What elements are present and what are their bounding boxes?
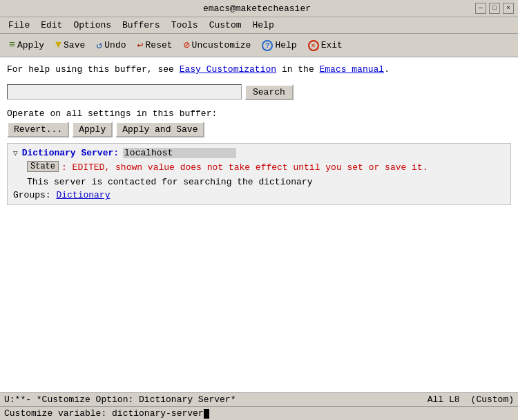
groups-line: Groups: Dictionary xyxy=(13,190,505,200)
reset-label: Reset xyxy=(146,40,173,50)
save-label: Save xyxy=(64,40,85,50)
state-badge[interactable]: State xyxy=(27,161,59,172)
window-title: emacs@maketecheasier xyxy=(39,3,475,14)
operate-section: Operate on all settings in this buffer: … xyxy=(7,108,511,137)
help-prefix: For help using this buffer, see xyxy=(7,64,180,75)
groups-dictionary-link[interactable]: Dictionary xyxy=(56,190,110,200)
revert-button[interactable]: Revert... xyxy=(7,122,69,137)
title-bar: emacs@maketecheasier ─ □ × xyxy=(0,0,518,17)
status-bar: U:**- *Customize Option: Dictionary Serv… xyxy=(0,392,518,406)
main-content: For help using this buffer, see Easy Cus… xyxy=(0,57,518,392)
description-line: This server is contacted for searching t… xyxy=(13,177,505,187)
uncustomize-icon: ⊘ xyxy=(184,39,190,52)
search-input[interactable] xyxy=(7,84,242,99)
minibuffer-text: Customize variable: dictionary-server xyxy=(4,408,204,419)
help-middle: in xyxy=(276,64,298,75)
toolbar: ≡ Apply ▼ Save ↺ Undo ↩ Reset ⊘ Uncustom… xyxy=(0,34,518,57)
help-icon: ? xyxy=(262,40,273,51)
setting-section: ▽ Dictionary Server: State : EDITED, sho… xyxy=(7,143,511,206)
reset-button[interactable]: ↩ Reset xyxy=(133,37,178,54)
menu-custom[interactable]: Custom xyxy=(204,19,247,32)
maximize-button[interactable]: □ xyxy=(489,3,500,14)
menu-help[interactable]: Help xyxy=(247,19,279,32)
undo-label: Undo xyxy=(104,40,126,50)
apply-all-button[interactable]: Apply xyxy=(72,122,113,137)
setting-name: Dictionary Server: xyxy=(22,148,119,158)
search-button[interactable]: Search xyxy=(244,84,294,100)
undo-icon: ↺ xyxy=(96,39,102,52)
uncustomize-label: Uncustomize xyxy=(192,40,251,50)
groups-label: Groups: xyxy=(13,190,51,200)
emacs-manual-link[interactable]: Emacs manual xyxy=(320,64,385,75)
menu-buffers[interactable]: Buffers xyxy=(117,19,166,32)
state-line: State : EDITED, shown value does not tak… xyxy=(13,161,505,175)
reset-icon: ↩ xyxy=(137,39,144,52)
triangle-icon[interactable]: ▽ xyxy=(13,149,18,158)
menu-file[interactable]: File xyxy=(3,19,35,32)
status-position: All L8 xyxy=(428,394,460,405)
search-area: Search xyxy=(7,84,511,100)
exit-label: Exit xyxy=(321,40,343,50)
state-text: : EDITED, shown value does not take effe… xyxy=(61,161,428,175)
setting-value-input[interactable] xyxy=(123,148,236,158)
status-mode: (Custom) xyxy=(471,394,514,405)
apply-label: Apply xyxy=(17,40,44,50)
setting-header: ▽ Dictionary Server: xyxy=(13,148,505,158)
apply-save-button[interactable]: Apply and Save xyxy=(115,122,204,137)
menu-edit[interactable]: Edit xyxy=(35,19,68,32)
the-word: the xyxy=(298,64,314,75)
save-icon: ▼ xyxy=(55,39,61,51)
close-button[interactable]: × xyxy=(503,3,514,14)
apply-button[interactable]: ≡ Apply xyxy=(4,37,49,53)
operate-buttons: Revert... Apply Apply and Save xyxy=(7,122,511,137)
help-line: For help using this buffer, see Easy Cus… xyxy=(7,63,511,77)
menu-tools[interactable]: Tools xyxy=(166,19,204,32)
menu-options[interactable]: Options xyxy=(68,19,117,32)
operate-label: Operate on all settings in this buffer: xyxy=(7,108,511,119)
help-label: Help xyxy=(275,40,296,50)
minimize-button[interactable]: ─ xyxy=(475,3,486,14)
title-controls: ─ □ × xyxy=(475,3,514,14)
save-button[interactable]: ▼ Save xyxy=(50,37,90,53)
undo-button[interactable]: ↺ Undo xyxy=(91,37,131,54)
minibuffer-cursor xyxy=(204,409,209,419)
menu-bar: File Edit Options Buffers Tools Custom H… xyxy=(0,17,518,34)
easy-customization-link[interactable]: Easy Customization xyxy=(180,64,276,75)
uncustomize-button[interactable]: ⊘ Uncustomize xyxy=(179,37,256,54)
exit-icon: ✕ xyxy=(308,40,319,51)
help-button[interactable]: ? Help xyxy=(257,38,301,53)
apply-icon: ≡ xyxy=(9,39,15,51)
minibuffer: Customize variable: dictionary-server xyxy=(0,406,518,420)
exit-button[interactable]: ✕ Exit xyxy=(303,38,347,53)
status-mode-line: U:**- *Customize Option: Dictionary Serv… xyxy=(4,394,428,405)
help-suffix: . xyxy=(384,64,390,75)
